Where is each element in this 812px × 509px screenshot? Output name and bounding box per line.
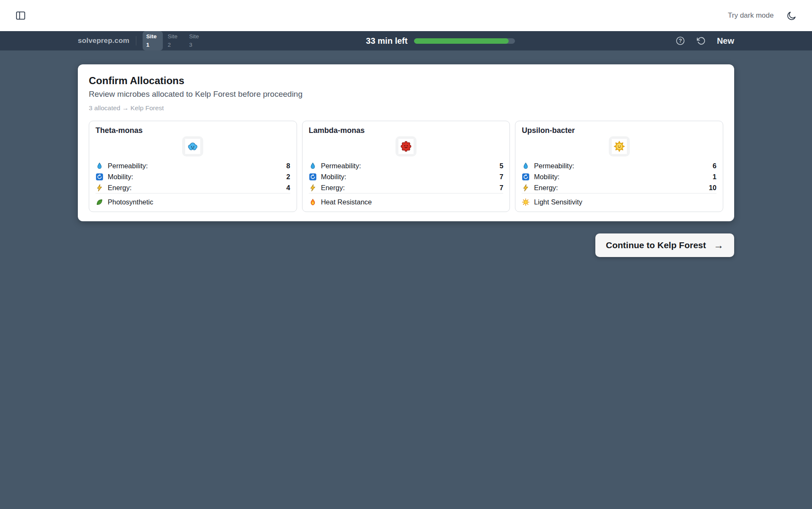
stat-value: 7	[499, 184, 503, 192]
stat-label: Mobility:	[321, 173, 347, 181]
microbe-card-lambda-monas: Lambda-monas Permeability: 5 Mobility:	[302, 121, 510, 212]
app-root: Try dark mode solveprep.com Site 1 Site …	[0, 0, 812, 509]
stat-label: Permeability:	[108, 162, 148, 170]
tab-site-1[interactable]: Site 1	[143, 31, 163, 50]
stat-row: Permeability: 8	[96, 160, 290, 171]
stat-row: Energy: 4	[96, 182, 290, 193]
stat-label: Mobility:	[108, 173, 133, 181]
nav-bar: solveprep.com Site 1 Site 2 Site 3 33 mi…	[0, 31, 812, 50]
top-bar: Try dark mode	[0, 0, 812, 31]
progress-bar	[414, 38, 515, 44]
nav-inner: solveprep.com Site 1 Site 2 Site 3 33 mi…	[78, 31, 734, 50]
stat-row: Energy: 10	[522, 182, 716, 193]
nav-actions: New	[675, 36, 734, 46]
time-left-label: 33 min left	[366, 36, 408, 46]
stat-row: Mobility: 2	[96, 171, 290, 182]
stat-value: 6	[713, 162, 716, 170]
confirm-allocations-panel: Confirm Allocations Review microbes allo…	[78, 64, 734, 221]
stat-value: 2	[286, 173, 290, 181]
site-tabs: Site 1 Site 2 Site 3	[143, 31, 206, 50]
tab-label: Site	[189, 32, 202, 41]
tab-label: Site	[146, 32, 159, 41]
tab-number: 3	[189, 41, 202, 49]
arrow-right-icon: →	[714, 240, 724, 250]
stat-row: Permeability: 6	[522, 160, 716, 171]
microbe-avatar-tile	[395, 136, 417, 156]
sun-face-icon	[613, 140, 626, 153]
microbe-avatar-tile	[182, 136, 203, 156]
dark-mode-label: Try dark mode	[728, 11, 774, 20]
reset-button[interactable]	[696, 36, 706, 46]
sidebar-toggle-button[interactable]	[15, 10, 26, 21]
continue-button-label: Continue to Kelp Forest	[606, 240, 706, 250]
stat-value: 7	[499, 173, 503, 181]
nav-divider	[136, 36, 136, 45]
trait-row: Heat Resistance	[309, 193, 504, 206]
stat-value: 8	[286, 162, 290, 170]
stat-label: Permeability:	[534, 162, 574, 170]
trait-label: Light Sensitivity	[534, 198, 582, 206]
mobility-icon	[309, 173, 317, 181]
reset-icon	[696, 36, 706, 46]
theme-controls: Try dark mode	[728, 11, 797, 21]
avatar-backdrop	[185, 139, 200, 154]
lightning-icon	[522, 184, 530, 192]
brand-wordmark: solveprep.com	[78, 37, 130, 45]
tab-site-3[interactable]: Site 3	[186, 31, 206, 50]
droplet-icon	[309, 162, 317, 170]
trait-label: Photosynthetic	[108, 198, 153, 206]
droplet-icon	[96, 162, 103, 170]
stat-value: 1	[713, 173, 716, 181]
microbe-card-list: Theta-monas Permeability: 8 Mobility:	[89, 121, 723, 212]
trait-row: Photosynthetic	[96, 193, 290, 206]
blue-microbe-icon	[186, 140, 199, 153]
stat-label: Energy:	[108, 184, 132, 192]
lightning-icon	[96, 184, 103, 192]
continue-button[interactable]: Continue to Kelp Forest →	[595, 233, 734, 257]
microbe-card-theta-monas: Theta-monas Permeability: 8 Mobility:	[89, 121, 297, 212]
tab-number: 2	[168, 41, 180, 49]
stat-label: Energy:	[534, 184, 558, 192]
moon-icon	[786, 11, 797, 21]
lightning-icon	[309, 184, 317, 192]
footer-actions: Continue to Kelp Forest →	[78, 233, 734, 257]
flame-icon	[309, 198, 317, 206]
question-circle-icon	[675, 36, 685, 46]
allocation-summary: 3 allocated → Kelp Forest	[89, 104, 723, 112]
mobility-icon	[522, 173, 530, 181]
page-title: Confirm Allocations	[89, 75, 723, 87]
trait-row: Light Sensitivity	[522, 193, 716, 206]
microbe-name: Upsilon-bacter	[522, 126, 716, 135]
stat-value: 4	[286, 184, 290, 192]
new-button[interactable]: New	[717, 36, 734, 46]
microbe-card-upsilon-bacter: Upsilon-bacter Permeability: 6 Mobility:	[515, 121, 723, 212]
stat-row: Permeability: 5	[309, 160, 504, 171]
stat-row: Mobility: 1	[522, 171, 716, 182]
mobility-icon	[96, 173, 103, 181]
droplet-icon	[522, 162, 530, 170]
page-subtitle: Review microbes allocated to Kelp Forest…	[89, 90, 723, 99]
stat-label: Energy:	[321, 184, 345, 192]
stat-row: Energy: 7	[309, 182, 504, 193]
leaf-icon	[96, 198, 103, 206]
main-area: Confirm Allocations Review microbes allo…	[0, 50, 812, 509]
progress-fill	[414, 38, 509, 44]
sun-icon	[522, 198, 530, 206]
tab-number: 1	[146, 41, 159, 49]
avatar-backdrop	[398, 139, 414, 154]
trait-label: Heat Resistance	[321, 198, 372, 206]
avatar-backdrop	[612, 139, 627, 154]
dark-mode-toggle-button[interactable]	[786, 11, 797, 21]
tab-label: Site	[168, 32, 180, 41]
stat-row: Mobility: 7	[309, 171, 504, 182]
tab-site-2[interactable]: Site 2	[164, 31, 184, 50]
microbe-name: Lambda-monas	[309, 126, 504, 135]
stat-label: Mobility:	[534, 173, 560, 181]
help-button[interactable]	[675, 36, 685, 46]
stat-value: 10	[709, 184, 716, 192]
microbe-name: Theta-monas	[96, 126, 290, 135]
microbe-avatar-tile	[609, 136, 630, 156]
stat-label: Permeability:	[321, 162, 361, 170]
stat-value: 5	[499, 162, 503, 170]
panel-left-icon	[15, 10, 26, 21]
